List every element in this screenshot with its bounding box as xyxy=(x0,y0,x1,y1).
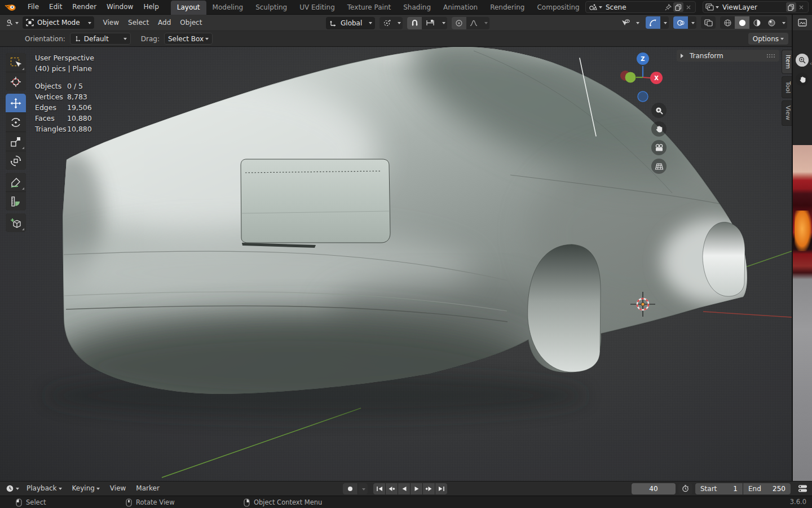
snap-toggle[interactable] xyxy=(407,17,422,29)
tool-add-cube[interactable] xyxy=(6,213,26,232)
viewport-3d[interactable]: User Perspective (40) pics | Plane Objec… xyxy=(0,47,792,481)
viewport-menu-view[interactable]: View xyxy=(99,15,123,30)
menu-window[interactable]: Window xyxy=(102,0,138,14)
new-scene-button[interactable] xyxy=(673,2,683,12)
overlays-chevron[interactable] xyxy=(688,20,696,26)
workspace-tab-shading[interactable]: Shading xyxy=(397,1,437,15)
unlink-scene-icon[interactable] xyxy=(683,2,694,12)
visibility-dropdown[interactable] xyxy=(618,16,641,29)
navigation-gizmo[interactable]: Z X xyxy=(617,51,669,103)
sidebar-tab-view[interactable]: View xyxy=(782,100,792,125)
timeline-menu-marker[interactable]: Marker xyxy=(131,481,164,496)
menu-help[interactable]: Help xyxy=(138,0,164,14)
menu-file[interactable]: File xyxy=(23,0,44,14)
gizmo-chevron[interactable] xyxy=(660,20,669,26)
viewport-menu-object[interactable]: Object xyxy=(175,15,206,30)
jump-to-end-button[interactable] xyxy=(435,483,447,494)
pivot-point-dropdown[interactable] xyxy=(379,17,403,29)
workspace-tab-animation[interactable]: Animation xyxy=(437,1,484,15)
scene-name[interactable]: Scene xyxy=(602,3,663,11)
pin-icon[interactable] xyxy=(663,2,673,12)
workspace-tab-uv-editing[interactable]: UV Editing xyxy=(293,1,341,15)
tool-scale[interactable] xyxy=(6,132,26,151)
xray-toggle[interactable] xyxy=(701,16,716,29)
transform-panel-header[interactable]: Transform xyxy=(677,50,779,62)
snap-chevron[interactable] xyxy=(439,20,447,26)
workspace-tab-layout[interactable]: Layout xyxy=(171,1,206,15)
tool-move[interactable] xyxy=(6,94,26,112)
scene-icon[interactable] xyxy=(588,3,597,11)
panel-expand-icon[interactable] xyxy=(681,54,686,58)
play-reverse-button[interactable] xyxy=(398,483,410,494)
timeline-menu-view[interactable]: View xyxy=(105,481,131,496)
menu-edit[interactable]: Edit xyxy=(44,0,67,14)
glass-panel-object[interactable] xyxy=(241,159,390,248)
end-frame-field[interactable]: End250 xyxy=(743,483,791,494)
tool-transform[interactable] xyxy=(6,151,26,170)
sidebar-tab-tool[interactable]: Tool xyxy=(782,76,792,98)
show-gizmo-toggle[interactable] xyxy=(646,16,660,29)
snap-target-button[interactable] xyxy=(422,17,439,29)
proportional-falloff-button[interactable] xyxy=(466,17,481,29)
keying-set-chevron[interactable] xyxy=(358,483,368,494)
viewlayer-selector[interactable]: ViewLayer xyxy=(703,1,809,13)
transform-orientation-dropdown[interactable]: Global xyxy=(326,17,375,29)
image-editor-body[interactable]: ‹ xyxy=(793,31,812,481)
start-frame-field[interactable]: Start1 xyxy=(695,483,743,494)
editor-type-button[interactable] xyxy=(3,16,20,29)
play-button[interactable] xyxy=(411,483,422,494)
viewlayer-name[interactable]: ViewLayer xyxy=(719,3,786,11)
strip-pan-button[interactable] xyxy=(796,73,809,86)
workspace-tab-compositing[interactable]: Compositing xyxy=(531,1,585,15)
drag-dropdown[interactable]: Select Box xyxy=(164,33,213,45)
pan-view-button[interactable] xyxy=(651,121,667,137)
tool-rotate[interactable] xyxy=(6,113,26,132)
blender-logo-icon[interactable] xyxy=(5,3,17,12)
gizmo-negz-axis[interactable] xyxy=(638,91,648,102)
auto-keying-button[interactable] xyxy=(343,483,358,494)
proportional-edit-toggle[interactable] xyxy=(452,17,466,29)
strip-zoom-button[interactable] xyxy=(796,54,809,67)
tool-annotate[interactable] xyxy=(6,173,26,191)
menu-render[interactable]: Render xyxy=(67,0,102,14)
viewlayer-icon[interactable] xyxy=(705,3,714,11)
current-frame-field[interactable]: 40 xyxy=(632,483,676,494)
shading-rendered-button[interactable] xyxy=(764,16,779,29)
region-collapse-arrow-icon[interactable]: ‹ xyxy=(810,60,812,67)
toggle-ortho-button[interactable] xyxy=(651,159,667,174)
remove-viewlayer-icon[interactable] xyxy=(796,2,806,12)
viewport-menu-select[interactable]: Select xyxy=(123,15,153,30)
workspace-tab-texture-paint[interactable]: Texture Paint xyxy=(341,1,397,15)
scene-selector[interactable]: Scene xyxy=(585,1,696,13)
show-overlays-toggle[interactable] xyxy=(673,16,688,29)
tool-measure[interactable] xyxy=(6,192,26,211)
shading-wireframe-button[interactable] xyxy=(720,16,735,29)
new-viewlayer-button[interactable] xyxy=(786,2,796,12)
jump-to-start-button[interactable] xyxy=(373,483,385,494)
workspace-tab-sculpting[interactable]: Sculpting xyxy=(249,1,293,15)
use-preview-range-toggle[interactable] xyxy=(678,483,692,494)
timeline-corner-icon[interactable] xyxy=(798,484,807,493)
tool-cursor[interactable] xyxy=(6,72,26,91)
camera-view-button[interactable] xyxy=(651,140,667,155)
timeline-menu-playback[interactable]: Playback xyxy=(21,481,67,496)
next-keyframe-button[interactable] xyxy=(423,483,435,494)
panel-drag-handle[interactable] xyxy=(766,54,775,58)
orientation-dropdown[interactable]: Default xyxy=(70,33,131,45)
workspace-tab-modeling[interactable]: Modeling xyxy=(206,1,250,15)
tool-select-box[interactable] xyxy=(6,53,26,72)
timeline-editor-type-button[interactable] xyxy=(3,483,21,495)
viewport-menu-add[interactable]: Add xyxy=(153,15,175,30)
mode-dropdown[interactable]: Object Mode xyxy=(23,16,94,29)
sidebar-tab-item[interactable]: Item xyxy=(782,50,792,74)
gizmo-y-axis[interactable] xyxy=(625,72,636,83)
zoom-view-button[interactable] xyxy=(651,103,667,118)
shading-material-button[interactable] xyxy=(749,16,764,29)
options-dropdown[interactable]: Options xyxy=(748,33,788,45)
workspace-tab-rendering[interactable]: Rendering xyxy=(484,1,531,15)
shading-chevron[interactable] xyxy=(779,20,787,26)
shading-solid-button[interactable] xyxy=(735,16,749,29)
previous-keyframe-button[interactable] xyxy=(386,483,398,494)
image-editor-header[interactable] xyxy=(793,15,812,31)
timeline-menu-keying[interactable]: Keying xyxy=(67,481,105,496)
